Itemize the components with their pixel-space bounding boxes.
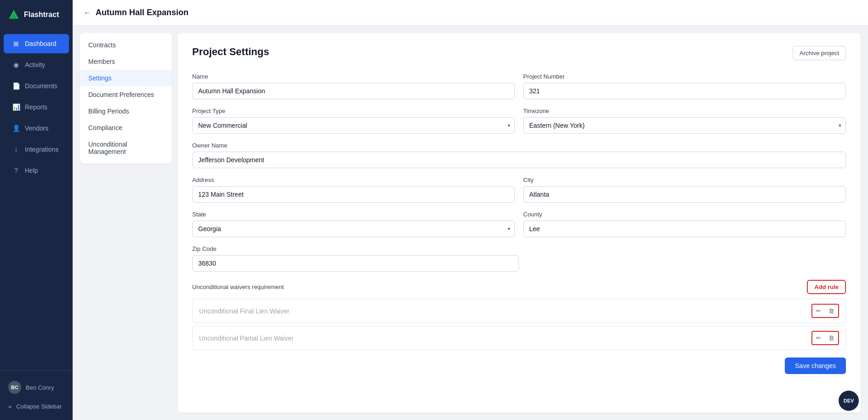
state-group: State Georgia Alabama Florida ▾ bbox=[192, 211, 515, 237]
timezone-select-wrapper: Eastern (New York) Central (Chicago) Mou… bbox=[523, 117, 846, 134]
waiver-row-final: Unconditional Final Lien Waiver ✏ 🗑 bbox=[192, 299, 846, 323]
sub-nav-item-settings[interactable]: Settings bbox=[80, 70, 172, 86]
timezone-select[interactable]: Eastern (New York) Central (Chicago) Mou… bbox=[523, 117, 846, 134]
county-label: County bbox=[523, 211, 846, 218]
zip-row: Zip Code bbox=[192, 245, 846, 272]
name-project-row: Name Project Number bbox=[192, 73, 846, 99]
settings-header: Project Settings Archive project bbox=[192, 46, 846, 60]
home-icon: ⊞ bbox=[12, 40, 20, 48]
waiver-label: Unconditional Partial Lien Waiver bbox=[199, 335, 294, 342]
address-input[interactable] bbox=[192, 186, 515, 203]
timezone-label: Timezone bbox=[523, 108, 846, 114]
waivers-label: Unconditional waivers requirement bbox=[192, 284, 284, 290]
sub-nav-item-members[interactable]: Members bbox=[80, 53, 172, 70]
sidebar-item-label: Reports bbox=[25, 103, 47, 111]
help-icon: ? bbox=[12, 166, 20, 175]
delete-waiver-partial-button[interactable]: 🗑 bbox=[826, 333, 837, 343]
name-group: Name bbox=[192, 73, 515, 99]
app-name: Flashtract bbox=[24, 11, 59, 19]
user-name: Ben Conry bbox=[26, 384, 54, 391]
delete-waiver-final-button[interactable]: 🗑 bbox=[826, 306, 837, 316]
user-row[interactable]: BC Ben Conry bbox=[4, 376, 69, 398]
sidebar-item-label: Dashboard bbox=[25, 40, 57, 47]
waiver-label: Unconditional Final Lien Waiver bbox=[199, 307, 289, 315]
city-group: City bbox=[523, 176, 846, 203]
project-number-label: Project Number bbox=[523, 73, 846, 80]
county-input[interactable] bbox=[523, 221, 846, 237]
main-nav: ⊞ Dashboard ◉ Activity 📄 Documents 📊 Rep… bbox=[0, 29, 73, 370]
project-number-input[interactable] bbox=[523, 83, 846, 99]
name-input[interactable] bbox=[192, 83, 515, 99]
arrow-left-icon: ← bbox=[84, 9, 91, 17]
sidebar-item-label: Help bbox=[25, 167, 38, 174]
sub-nav-item-compliance[interactable]: Compliance bbox=[80, 119, 172, 136]
sidebar-item-integrations[interactable]: ↕ Integrations bbox=[4, 140, 69, 159]
sidebar-item-label: Vendors bbox=[25, 125, 48, 132]
waivers-section: Unconditional waivers requirement Add ru… bbox=[192, 280, 846, 350]
zip-group: Zip Code bbox=[192, 245, 519, 272]
sidebar-item-dashboard[interactable]: ⊞ Dashboard bbox=[4, 34, 69, 53]
project-type-group: Project Type New Commercial Renovation R… bbox=[192, 108, 515, 134]
topbar: ← Autumn Hall Expansion bbox=[73, 0, 868, 26]
sidebar-item-documents[interactable]: 📄 Documents bbox=[4, 76, 69, 96]
project-type-select[interactable]: New Commercial Renovation Residential bbox=[192, 117, 515, 134]
address-city-row: Address City bbox=[192, 176, 846, 203]
sidebar: Flashtract ⊞ Dashboard ◉ Activity 📄 Docu… bbox=[0, 0, 73, 420]
sub-nav-item-document-preferences[interactable]: Document Preferences bbox=[80, 86, 172, 103]
add-rule-button[interactable]: Add rule bbox=[807, 280, 846, 294]
save-changes-button[interactable]: Save changes bbox=[785, 358, 846, 374]
owner-name-label: Owner Name bbox=[192, 142, 846, 149]
waiver-row-partial: Unconditional Partial Lien Waiver ✏ 🗑 bbox=[192, 326, 846, 350]
vendors-icon: 👤 bbox=[12, 124, 20, 132]
sidebar-item-activity[interactable]: ◉ Activity bbox=[4, 55, 69, 74]
address-group: Address bbox=[192, 176, 515, 203]
sidebar-bottom: BC Ben Conry « Collapse Sidebar bbox=[0, 370, 73, 420]
city-label: City bbox=[523, 176, 846, 183]
settings-panel: Project Settings Archive project Name Pr… bbox=[177, 33, 861, 413]
sidebar-item-reports[interactable]: 📊 Reports bbox=[4, 97, 69, 117]
back-button[interactable]: ← bbox=[84, 9, 91, 17]
logo-icon bbox=[7, 8, 20, 21]
owner-row: Owner Name bbox=[192, 142, 846, 168]
state-county-row: State Georgia Alabama Florida ▾ County bbox=[192, 211, 846, 237]
logo: Flashtract bbox=[0, 0, 73, 29]
timezone-group: Timezone Eastern (New York) Central (Chi… bbox=[523, 108, 846, 134]
waivers-header: Unconditional waivers requirement Add ru… bbox=[192, 280, 846, 294]
documents-icon: 📄 bbox=[12, 82, 20, 90]
owner-name-group: Owner Name bbox=[192, 142, 846, 168]
collapse-sidebar-button[interactable]: « Collapse Sidebar bbox=[4, 398, 69, 414]
edit-waiver-final-button[interactable]: ✏ bbox=[813, 306, 824, 316]
chevrons-left-icon: « bbox=[8, 403, 11, 410]
zip-label: Zip Code bbox=[192, 245, 519, 252]
project-type-label: Project Type bbox=[192, 108, 515, 114]
settings-footer: Save changes bbox=[192, 358, 846, 374]
county-group: County bbox=[523, 211, 846, 237]
sidebar-item-vendors[interactable]: 👤 Vendors bbox=[4, 119, 69, 138]
state-label: State bbox=[192, 211, 515, 218]
sub-nav-item-unconditional-management[interactable]: Unconditional Management bbox=[80, 136, 172, 160]
sidebar-item-label: Integrations bbox=[25, 146, 58, 153]
type-timezone-row: Project Type New Commercial Renovation R… bbox=[192, 108, 846, 134]
activity-icon: ◉ bbox=[12, 61, 20, 69]
sub-sidebar: Contracts Members Settings Document Pref… bbox=[80, 33, 172, 164]
owner-name-input[interactable] bbox=[192, 152, 846, 168]
sub-nav-item-billing-periods[interactable]: Billing Periods bbox=[80, 103, 172, 119]
dev-badge: DEV bbox=[839, 391, 859, 411]
page-title: Autumn Hall Expansion bbox=[96, 8, 188, 17]
reports-icon: 📊 bbox=[12, 103, 20, 111]
settings-title: Project Settings bbox=[192, 46, 269, 58]
sidebar-item-label: Documents bbox=[25, 82, 57, 90]
waiver-actions-final: ✏ 🗑 bbox=[811, 304, 839, 318]
avatar: BC bbox=[8, 381, 21, 394]
edit-waiver-partial-button[interactable]: ✏ bbox=[813, 333, 824, 343]
project-number-group: Project Number bbox=[523, 73, 846, 99]
waiver-actions-partial: ✏ 🗑 bbox=[811, 331, 839, 345]
archive-project-button[interactable]: Archive project bbox=[793, 46, 846, 60]
zip-input[interactable] bbox=[192, 255, 519, 272]
content-area: Contracts Members Settings Document Pref… bbox=[73, 26, 868, 420]
city-input[interactable] bbox=[523, 186, 846, 203]
sidebar-item-label: Activity bbox=[25, 61, 45, 68]
state-select[interactable]: Georgia Alabama Florida bbox=[192, 221, 515, 237]
sub-nav-item-contracts[interactable]: Contracts bbox=[80, 37, 172, 53]
sidebar-item-help[interactable]: ? Help bbox=[4, 161, 69, 180]
